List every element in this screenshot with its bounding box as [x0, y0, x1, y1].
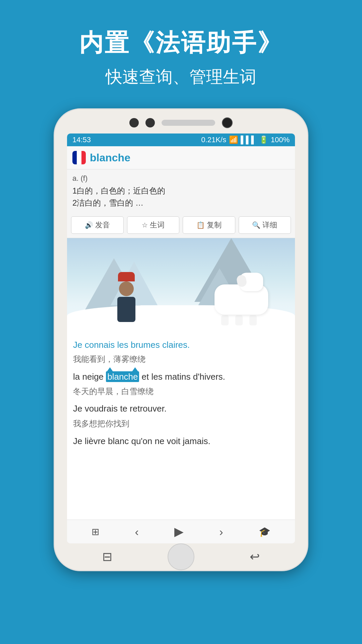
status-speed: 0.21K/s	[201, 136, 226, 144]
copy-label: 复制	[207, 220, 222, 230]
sentence-2-zh: 冬天的早晨，白雪缭绕	[73, 386, 289, 397]
search-word: blanche	[90, 152, 130, 164]
page-title: 内置《法语助手》	[79, 27, 283, 59]
action-buttons-bar: 🔊 发音 ☆ 生词 📋 复制 🔍 详细	[67, 212, 295, 238]
home-button[interactable]	[168, 543, 194, 570]
battery-percent: 100%	[271, 136, 290, 144]
app-header: blanche	[67, 146, 295, 169]
back-button[interactable]: ↩	[250, 550, 260, 564]
sentence-3-zh: 我多想把你找到	[73, 418, 289, 429]
detail-button[interactable]: 🔍 详细	[239, 216, 291, 234]
battery-icon: 🔋	[259, 136, 268, 144]
sentence-4-fr: Je lièvre blanc qu'on ne voit jamais.	[73, 435, 289, 448]
sound-icon: 🔊	[85, 221, 93, 229]
camera-left-icon	[129, 118, 139, 127]
page-header: 内置《法语助手》 快速查询、管理生词	[79, 0, 283, 88]
definition-text: 1白的，白色的；近白色的 2洁白的，雪白的 …	[72, 185, 290, 209]
pronounce-button[interactable]: 🔊 发音	[71, 216, 124, 234]
phone-shell: 14:53 0.21K/s 📶 ▌▌▌ 🔋 100% blanche a. (f…	[54, 108, 308, 571]
camera-front-icon	[222, 117, 233, 128]
star-icon: ☆	[142, 221, 148, 229]
sentence-3-fr: Je voudrais te retrouver.	[73, 402, 289, 415]
snow-scene-container	[67, 238, 295, 332]
status-bar: 14:53 0.21K/s 📶 ▌▌▌ 🔋 100%	[67, 133, 295, 146]
page-subtitle: 快速查询、管理生词	[79, 66, 283, 88]
phone-bottom-nav: ⊟ ↩	[55, 543, 307, 570]
french-flag-icon	[72, 151, 86, 164]
camera-left2-icon	[145, 118, 155, 127]
sentence-1-fr: Je connais les brumes claires.	[73, 339, 289, 351]
prev-button[interactable]: ‹	[135, 525, 138, 538]
dog-figure	[215, 284, 268, 325]
dictionary-content: a. (f) 1白的，白色的；近白色的 2洁白的，雪白的 …	[67, 169, 295, 212]
child-figure	[117, 272, 135, 322]
sentence-1-zh: 我能看到，薄雾缭绕	[73, 354, 289, 365]
player-bar: ⊞ ‹ ▶ › 🎓	[67, 520, 295, 543]
speaker-grille	[162, 120, 215, 126]
learn-button[interactable]: 🎓	[259, 526, 270, 537]
detail-label: 详细	[262, 220, 277, 230]
highlighted-word: blanche	[106, 371, 139, 382]
play-button[interactable]: ▶	[174, 525, 184, 539]
vocab-label: 生词	[150, 220, 165, 230]
snow-scene-image	[67, 238, 295, 332]
wifi-icon: 📶	[229, 136, 238, 144]
next-button[interactable]: ›	[219, 525, 223, 538]
phone-top-bar	[55, 109, 307, 133]
pronounce-label: 发音	[95, 220, 110, 230]
copy-button[interactable]: 📋 复制	[183, 216, 235, 234]
sentences-area: Je connais les brumes claires. 我能看到，薄雾缭绕…	[67, 332, 295, 520]
search-icon: 🔍	[252, 221, 260, 229]
equalizer-button[interactable]: ⊞	[92, 526, 99, 537]
copy-icon: 📋	[196, 221, 205, 229]
sentence-2-fr: la neige blanche et les matins d'hivers.	[73, 370, 289, 383]
phone-screen: 14:53 0.21K/s 📶 ▌▌▌ 🔋 100% blanche a. (f…	[67, 133, 295, 543]
status-time: 14:53	[72, 136, 91, 144]
signal-icon: ▌▌▌	[241, 136, 256, 144]
vocab-button[interactable]: ☆ 生词	[127, 216, 180, 234]
status-right: 0.21K/s 📶 ▌▌▌ 🔋 100%	[201, 136, 290, 144]
part-of-speech: a. (f)	[72, 174, 290, 183]
recents-button[interactable]: ⊟	[102, 550, 112, 564]
